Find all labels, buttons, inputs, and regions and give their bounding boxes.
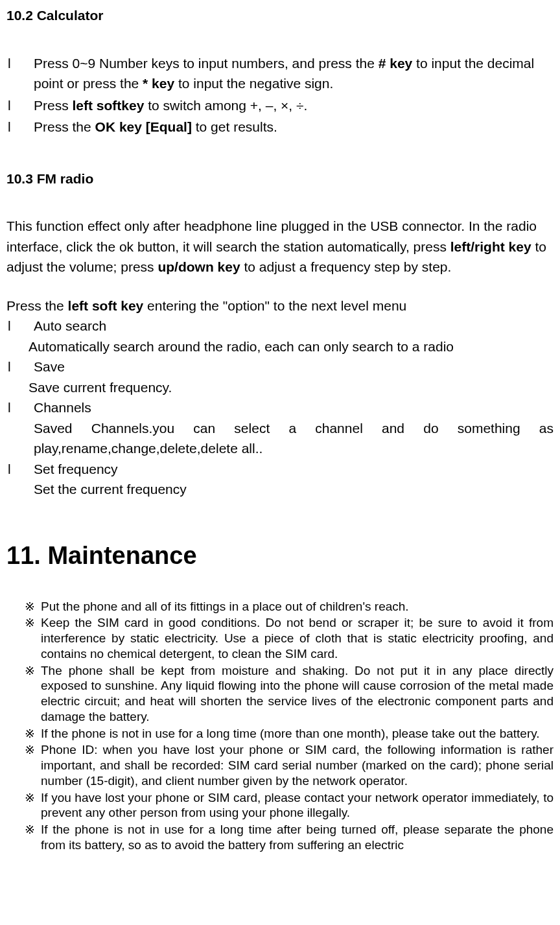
maintenance-item: ※The phone shall be kept from moisture a… bbox=[25, 663, 554, 725]
bold-text: * key bbox=[143, 76, 174, 91]
bold-text: OK key [Equal] bbox=[95, 119, 192, 134]
fm-option-description: Saved Channels.you can select a channel … bbox=[6, 418, 554, 459]
fm-option-label: Channels bbox=[34, 397, 91, 418]
section-10-2-heading: 10.2 Calculator bbox=[6, 5, 554, 26]
maintenance-item: ※If you have lost your phone or SIM card… bbox=[25, 790, 554, 821]
maintenance-item: ※If the phone is not in use for a long t… bbox=[25, 822, 554, 853]
bullet-marker: l bbox=[6, 397, 34, 418]
fm-option-header: lSet frequency bbox=[6, 459, 554, 480]
reference-mark-icon: ※ bbox=[25, 615, 41, 661]
calculator-bullet-list: lPress 0~9 Number keys to input numbers,… bbox=[6, 53, 554, 137]
fm-option-description: Set the current frequency bbox=[6, 479, 554, 500]
bold-text: left/right key bbox=[450, 239, 531, 254]
bullet-marker: l bbox=[6, 117, 34, 137]
bullet-item: lPress 0~9 Number keys to input numbers,… bbox=[6, 53, 554, 94]
maintenance-text: Phone ID: when you have lost your phone … bbox=[41, 742, 554, 788]
bullet-marker: l bbox=[6, 316, 34, 336]
bullet-content: Press 0~9 Number keys to input numbers, … bbox=[34, 53, 554, 94]
reference-mark-icon: ※ bbox=[25, 726, 41, 742]
plain-text: Press 0~9 Number keys to input numbers, … bbox=[34, 56, 379, 71]
bullet-content: Press the OK key [Equal] to get results. bbox=[34, 117, 554, 137]
fm-option-header: lSave bbox=[6, 357, 554, 377]
maintenance-text: Put the phone and all of its fittings in… bbox=[41, 599, 554, 615]
reference-mark-icon: ※ bbox=[25, 663, 41, 725]
plain-text: to get results. bbox=[192, 119, 277, 134]
fm-intro-paragraph: This function effect only after headphon… bbox=[6, 216, 554, 277]
maintenance-list: ※Put the phone and all of its fittings i… bbox=[6, 599, 554, 853]
bold-text: up/down key bbox=[158, 259, 240, 274]
plain-text: to input the negative sign. bbox=[174, 76, 333, 91]
fm-option-description: Automatically search around the radio, e… bbox=[6, 336, 554, 357]
bullet-item: lPress the OK key [Equal] to get results… bbox=[6, 117, 554, 137]
fm-option-label: Set frequency bbox=[34, 459, 118, 480]
bullet-marker: l bbox=[6, 459, 34, 480]
fm-option: lSaveSave current frequency. bbox=[6, 357, 554, 397]
plain-text: to adjust a frequency step by step. bbox=[240, 259, 452, 274]
reference-mark-icon: ※ bbox=[25, 822, 41, 853]
plain-text: to switch among +, –, ×, ÷. bbox=[144, 98, 307, 113]
plain-text: Press the bbox=[6, 298, 68, 313]
maintenance-text: If the phone is not in use for a long ti… bbox=[41, 822, 554, 853]
bullet-marker: l bbox=[6, 53, 34, 94]
maintenance-item: ※Put the phone and all of its fittings i… bbox=[25, 599, 554, 615]
maintenance-text: If you have lost your phone or SIM card,… bbox=[41, 790, 554, 821]
fm-option: lSet frequencySet the current frequency bbox=[6, 459, 554, 500]
chapter-11-heading: 11. Maintenance bbox=[6, 537, 554, 574]
fm-options-list: lAuto searchAutomatically search around … bbox=[6, 316, 554, 500]
plain-text: Press bbox=[34, 98, 73, 113]
fm-option-label: Auto search bbox=[34, 316, 106, 336]
section-10-3-heading: 10.3 FM radio bbox=[6, 169, 554, 189]
plain-text: entering the "option" to the next level … bbox=[143, 298, 406, 313]
bullet-marker: l bbox=[6, 95, 34, 116]
maintenance-item: ※Phone ID: when you have lost your phone… bbox=[25, 742, 554, 788]
maintenance-text: The phone shall be kept from moisture an… bbox=[41, 663, 554, 725]
fm-option-description: Save current frequency. bbox=[6, 377, 554, 398]
bold-text: left softkey bbox=[73, 98, 145, 113]
maintenance-item: ※If the phone is not in use for a long t… bbox=[25, 726, 554, 742]
maintenance-text: Keep the SIM card in good conditions. Do… bbox=[41, 615, 554, 661]
plain-text: Press the bbox=[34, 119, 95, 134]
reference-mark-icon: ※ bbox=[25, 599, 41, 615]
maintenance-text: If the phone is not in use for a long ti… bbox=[41, 726, 554, 742]
bullet-item: lPress left softkey to switch among +, –… bbox=[6, 95, 554, 116]
maintenance-item: ※Keep the SIM card in good conditions. D… bbox=[25, 615, 554, 661]
bold-text: left soft key bbox=[68, 298, 144, 313]
bullet-marker: l bbox=[6, 357, 34, 377]
bold-text: # key bbox=[379, 56, 413, 71]
fm-option-intro: Press the left soft key entering the "op… bbox=[6, 296, 554, 316]
reference-mark-icon: ※ bbox=[25, 742, 41, 788]
fm-option: lAuto searchAutomatically search around … bbox=[6, 316, 554, 357]
fm-option-label: Save bbox=[34, 357, 65, 377]
fm-option-header: lAuto search bbox=[6, 316, 554, 336]
fm-option-header: lChannels bbox=[6, 397, 554, 418]
fm-option: lChannelsSaved Channels.you can select a… bbox=[6, 397, 554, 459]
bullet-content: Press left softkey to switch among +, –,… bbox=[34, 95, 554, 116]
reference-mark-icon: ※ bbox=[25, 790, 41, 821]
